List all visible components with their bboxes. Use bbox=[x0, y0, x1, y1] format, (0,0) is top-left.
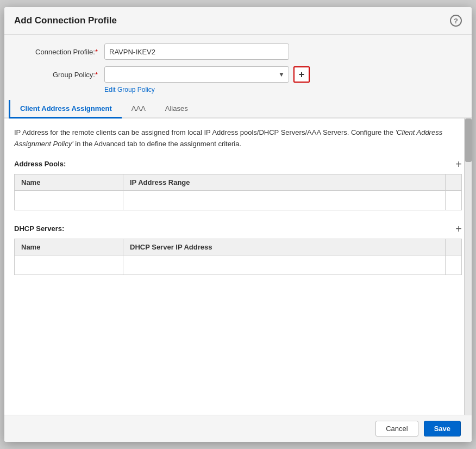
dhcp-servers-empty-row bbox=[15, 255, 462, 275]
content-area: IP Address for the remote clients can be… bbox=[4, 119, 472, 415]
dhcp-servers-table: Name DHCP Server IP Address bbox=[14, 239, 462, 275]
dhcp-servers-col-ip: DHCP Server IP Address bbox=[123, 239, 446, 255]
add-dhcp-server-button[interactable]: + bbox=[455, 223, 462, 234]
edit-group-policy-link[interactable]: Edit Group Policy bbox=[104, 86, 459, 93]
dialog-title: Add Connection Profile bbox=[14, 15, 117, 26]
group-policy-row: Group Policy:* ▼ + bbox=[17, 66, 459, 83]
address-pools-col-name: Name bbox=[15, 174, 123, 190]
dhcp-servers-col-name: Name bbox=[15, 239, 123, 255]
tab-client-address[interactable]: Client Address Assignment bbox=[9, 100, 122, 119]
dhcp-servers-title: DHCP Servers: bbox=[14, 224, 64, 233]
address-pools-col-action bbox=[446, 174, 462, 190]
dhcp-servers-section-header: DHCP Servers: + bbox=[14, 223, 462, 234]
address-pools-title: Address Pools: bbox=[14, 160, 66, 168]
scrollbar-track[interactable] bbox=[464, 119, 472, 415]
address-pools-table: Name IP Address Range bbox=[14, 174, 462, 210]
group-policy-label: Group Policy:* bbox=[17, 71, 104, 79]
address-pools-col-ip: IP Address Range bbox=[123, 174, 446, 190]
connection-profile-row: Connection Profile:* bbox=[17, 43, 459, 60]
address-pools-empty-row bbox=[15, 190, 462, 210]
address-pools-section-header: Address Pools: + bbox=[14, 159, 462, 170]
group-policy-select[interactable] bbox=[104, 66, 289, 83]
form-area: Connection Profile:* Group Policy:* ▼ + … bbox=[4, 35, 472, 100]
tabs: Client Address Assignment AAA Aliases bbox=[4, 100, 472, 117]
tab-aaa[interactable]: AAA bbox=[122, 100, 155, 119]
description-text: IP Address for the remote clients can be… bbox=[14, 127, 462, 150]
tab-aliases[interactable]: Aliases bbox=[155, 100, 198, 119]
dhcp-servers-col-action bbox=[446, 239, 462, 255]
save-button[interactable]: Save bbox=[424, 421, 461, 436]
cancel-button[interactable]: Cancel bbox=[375, 421, 418, 436]
tabs-area: Client Address Assignment AAA Aliases bbox=[4, 100, 472, 119]
add-connection-profile-dialog: Add Connection Profile ? Connection Prof… bbox=[4, 7, 472, 442]
add-address-pool-button[interactable]: + bbox=[455, 159, 462, 170]
help-icon[interactable]: ? bbox=[450, 15, 462, 27]
add-group-policy-button[interactable]: + bbox=[293, 66, 310, 83]
group-policy-select-wrap: ▼ bbox=[104, 66, 289, 83]
dialog-header: Add Connection Profile ? bbox=[4, 7, 472, 35]
scrollbar-thumb bbox=[465, 119, 472, 162]
dialog-footer: Cancel Save bbox=[4, 415, 472, 442]
dhcp-servers-header-row: Name DHCP Server IP Address bbox=[15, 239, 462, 255]
address-pools-header-row: Name IP Address Range bbox=[15, 174, 462, 190]
connection-profile-label: Connection Profile:* bbox=[17, 48, 104, 56]
connection-profile-input[interactable] bbox=[104, 43, 289, 60]
